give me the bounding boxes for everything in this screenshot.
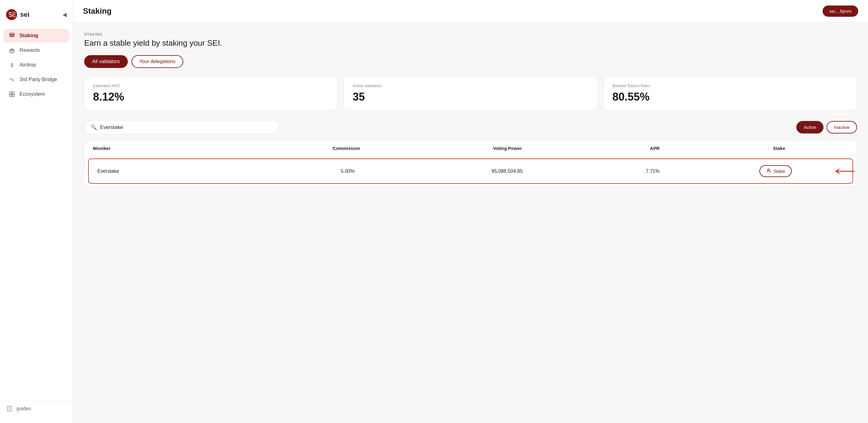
main-area: Staking sei....fqrvm STAKING Earn a stab… [73, 0, 868, 423]
sidebar-item-staking[interactable]: Staking [4, 29, 69, 43]
cell-stake: Stake [707, 165, 844, 177]
sidebar-footer: guides [0, 400, 73, 417]
search-icon: 🔍 [91, 124, 97, 130]
stat-bonded-value: 80.55% [613, 91, 848, 103]
svg-point-11 [768, 169, 770, 171]
stat-card-apr: Estimated APR 8.12% [84, 76, 338, 110]
stat-card-bonded: Bonded Tokens Ratio 80.55% [603, 76, 857, 110]
sidebar-item-guides[interactable]: guides [6, 405, 67, 412]
filter-group: Active Inactive [796, 121, 857, 133]
sidebar-item-rewards[interactable]: Rewards [4, 43, 69, 57]
col-moniker: Moniker [93, 146, 277, 151]
stake-icon [766, 168, 771, 174]
validator-tabs: All validators Your delegations [84, 55, 857, 68]
svg-rect-2 [9, 36, 14, 37]
gift-icon [8, 47, 15, 54]
tab-all-validators[interactable]: All validators [84, 55, 128, 68]
sidebar-nav: Staking Rewards A [0, 26, 73, 400]
svg-point-3 [9, 33, 14, 35]
guides-icon [6, 405, 13, 412]
table-header: Moniker Commission Voting Power APR Stak… [85, 141, 857, 156]
sidebar-airdrop-label: Airdrop [20, 62, 36, 68]
ecosystem-icon [8, 91, 15, 98]
staking-subtitle: Earn a stable yield by staking your SEI. [84, 38, 857, 48]
filter-inactive-button[interactable]: Inactive [827, 121, 857, 133]
airdrop-icon [8, 62, 15, 68]
search-input[interactable] [100, 124, 273, 130]
stat-card-validators: Active Validators 35 [344, 76, 597, 110]
col-apr: APR [599, 146, 710, 151]
svg-rect-6 [9, 92, 11, 94]
sidebar-bridge-label: 3rd Party Bridge [20, 76, 57, 83]
main-content: STAKING Earn a stable yield by staking y… [73, 23, 868, 423]
sidebar-ecosystem-label: Ecosystem [20, 91, 45, 97]
stat-apr-label: Estimated APR [93, 84, 329, 88]
stat-apr-value: 8.12% [93, 91, 329, 103]
page-title: Staking [83, 6, 112, 16]
sidebar-staking-label: Staking [20, 33, 38, 39]
col-commission: Commission [277, 146, 415, 151]
cell-apr: 7.71% [598, 168, 707, 174]
bridge-icon [8, 76, 15, 83]
sidebar-item-airdrop[interactable]: Airdrop [4, 58, 69, 72]
stake-button[interactable]: Stake [760, 165, 792, 177]
stat-bonded-label: Bonded Tokens Ratio [613, 84, 848, 88]
tab-your-delegations[interactable]: Your delegations [131, 55, 184, 68]
wallet-button[interactable]: sei....fqrvm [823, 5, 858, 17]
sidebar-rewards-label: Rewards [20, 47, 40, 53]
filter-active-button[interactable]: Active [796, 121, 824, 133]
svg-rect-7 [12, 92, 14, 94]
collapse-button[interactable]: ◀ [63, 11, 67, 18]
cell-voting-power: 95,088,504.85 [416, 168, 598, 174]
cell-commission: 5.00% [279, 168, 416, 174]
stake-button-label: Stake [773, 168, 785, 174]
stats-row: Estimated APR 8.12% Active Validators 35… [84, 76, 857, 110]
col-voting-power: Voting Power [415, 146, 599, 151]
sei-logo-icon [6, 9, 17, 20]
cell-moniker: Everstake [97, 168, 279, 174]
staking-section-label: STAKING [84, 32, 857, 37]
search-filter-row: 🔍 Active Inactive [84, 120, 857, 134]
validators-table: Moniker Commission Voting Power APR Stak… [84, 140, 857, 187]
svg-point-5 [11, 63, 13, 65]
stat-validators-label: Active Validators [352, 84, 588, 88]
header: Staking sei....fqrvm [73, 0, 868, 23]
stat-validators-value: 35 [352, 91, 588, 103]
sidebar-item-bridge[interactable]: 3rd Party Bridge [4, 72, 69, 87]
svg-rect-9 [12, 95, 14, 97]
arrow-annotation [833, 167, 857, 176]
staking-icon [8, 32, 15, 39]
sidebar-item-ecosystem[interactable]: Ecosystem [4, 87, 69, 101]
table-row: Everstake 5.00% 95,088,504.85 7.71% [88, 159, 853, 184]
guides-label: guides [17, 406, 31, 412]
app-name: sei [20, 11, 30, 19]
sidebar-logo-area: sei ◀ [0, 6, 73, 26]
sidebar: sei ◀ Staking [0, 0, 73, 423]
col-stake: Stake [710, 146, 848, 151]
search-box: 🔍 [84, 120, 279, 134]
svg-rect-8 [9, 95, 11, 97]
